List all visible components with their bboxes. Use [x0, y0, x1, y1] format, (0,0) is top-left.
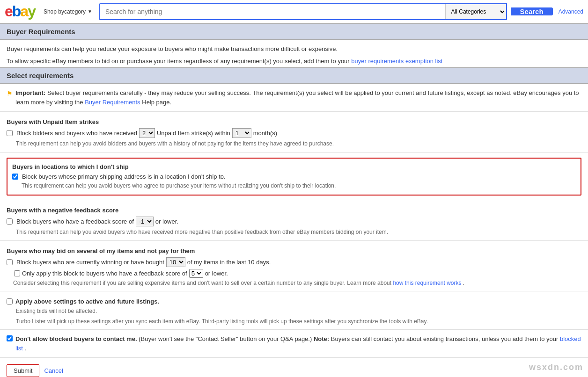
unpaid-checkbox[interactable]: [7, 130, 13, 136]
search-button[interactable]: Search: [511, 7, 553, 15]
action-bar: Submit Cancel: [0, 358, 588, 377]
submit-button[interactable]: Submit: [7, 364, 39, 377]
unpaid-row: Block bidders and buyers who have receiv…: [7, 128, 581, 138]
multiple-label-pre: Block buyers who are currently winning o…: [16, 259, 164, 266]
negative-label-pre: Block buyers who have a feedback score o…: [16, 218, 134, 225]
cancel-link[interactable]: Cancel: [44, 367, 63, 374]
multiple-desc: Consider selecting this requirement if y…: [13, 280, 581, 286]
search-input[interactable]: [100, 4, 445, 19]
header: ebay Shop by category ▼ All Categories S…: [0, 0, 588, 23]
advanced-link[interactable]: Advanced: [559, 8, 583, 15]
negative-desc: This requirement can help you avoid buye…: [16, 228, 581, 236]
multiple-checkbox[interactable]: [7, 259, 13, 265]
unpaid-label-post: month(s): [253, 130, 277, 137]
unpaid-months-select[interactable]: 1 2 3 6 12: [232, 128, 251, 138]
multiple-title: Buyers who may bid on several of my item…: [7, 247, 581, 254]
dont-allow-row: Don't allow blocked buyers to contact me…: [7, 334, 581, 353]
locations-outer-block: Buyers in locations to which I don't shi…: [0, 153, 588, 200]
ebay-logo: ebay: [5, 3, 35, 20]
negative-label-post: or lower.: [155, 218, 178, 225]
negative-checkbox[interactable]: [7, 218, 13, 225]
intro-text-1: Buyer requirements can help you reduce y…: [0, 40, 588, 67]
multiple-label-mid: of my items in the last 10 days.: [187, 259, 271, 266]
category-select[interactable]: All Categories: [445, 4, 506, 19]
multiple-sub-pre: Only apply this block to buyers who have…: [22, 270, 187, 277]
negative-score-select[interactable]: -1 -2 -3 -4 -5: [136, 217, 154, 226]
important-text: Important: Select buyer requirements car…: [15, 88, 581, 107]
multiple-sub-select[interactable]: 5 1234: [189, 269, 203, 278]
dont-allow-text: Don't allow blocked buyers to contact me…: [15, 334, 581, 353]
locations-desc: This requirement can help you avoid buye…: [22, 182, 576, 190]
watermark: wsxdn.com: [529, 362, 583, 372]
multiple-items-select[interactable]: 10 1234 56789: [166, 257, 185, 267]
multiple-row: Block buyers who are currently winning o…: [7, 257, 581, 267]
apply-row: Apply above settings to active and futur…: [7, 298, 581, 305]
negative-title: Buyers with a negative feedback score: [7, 207, 581, 214]
page-content: Buyer Requirements Buyer requirements ca…: [0, 23, 588, 377]
apply-desc-1: Existing bids will not be affected.: [16, 307, 581, 315]
search-bar: All Categories: [99, 3, 507, 20]
locations-title: Buyers in locations to which I don't shi…: [12, 163, 576, 170]
apply-checkbox[interactable]: [7, 298, 13, 304]
unpaid-strikes-block: Buyers with Unpaid Item strikes Block bi…: [0, 112, 588, 153]
multiple-items-block: Buyers who may bid on several of my item…: [0, 241, 588, 291]
how-requirement-works-link[interactable]: how this requirement works: [393, 280, 461, 286]
shop-by-label: Shop by: [44, 8, 64, 15]
multiple-sub-post: or lower.: [205, 270, 228, 277]
unpaid-label-mid: Unpaid Item strike(s) within: [157, 130, 230, 137]
locations-row: Block buyers whose primary shipping addr…: [12, 173, 576, 180]
dont-allow-block: Don't allow blocked buyers to contact me…: [0, 330, 588, 358]
requirements-section: ⚑ Important: Select buyer requirements c…: [0, 84, 588, 358]
apply-desc-2: Turbo Lister will pick up these settings…: [16, 317, 581, 326]
locations-block: Buyers in locations to which I don't shi…: [7, 158, 581, 196]
apply-label: Apply above settings to active and futur…: [15, 298, 159, 305]
chevron-down-icon: ▼: [88, 9, 92, 14]
unpaid-label-pre: Block bidders and buyers who have receiv…: [16, 130, 137, 137]
select-requirements-header: Select requirements: [0, 67, 588, 84]
exemption-list-link[interactable]: buyer requirements exemption list: [351, 58, 442, 65]
locations-checkbox[interactable]: [12, 174, 18, 180]
apply-settings-block: Apply above settings to active and futur…: [0, 291, 588, 330]
multiple-sub-row: Only apply this block to buyers who have…: [14, 269, 581, 278]
page-title: Buyer Requirements: [0, 23, 588, 40]
intro-paragraph-2: To allow specific eBay members to bid on…: [7, 57, 581, 66]
buyer-requirements-link[interactable]: Buyer Requirements: [85, 99, 140, 106]
dont-allow-checkbox[interactable]: [7, 335, 13, 341]
unpaid-title: Buyers with Unpaid Item strikes: [7, 118, 581, 125]
negative-row: Block buyers who have a feedback score o…: [7, 217, 581, 226]
flag-icon: ⚑: [7, 89, 13, 99]
important-note: ⚑ Important: Select buyer requirements c…: [0, 84, 588, 112]
intro-paragraph-1: Buyer requirements can help you reduce y…: [7, 44, 581, 54]
locations-label: Block buyers whose primary shipping addr…: [22, 173, 226, 180]
multiple-sub-checkbox[interactable]: [14, 270, 20, 276]
category-label: category: [64, 8, 86, 15]
unpaid-strikes-select[interactable]: 2 1 3 4 5: [139, 128, 155, 138]
negative-feedback-block: Buyers with a negative feedback score Bl…: [0, 200, 588, 241]
shop-by-category[interactable]: Shop by category ▼: [41, 7, 95, 17]
unpaid-desc: This requirement can help you avoid bidd…: [16, 140, 581, 148]
